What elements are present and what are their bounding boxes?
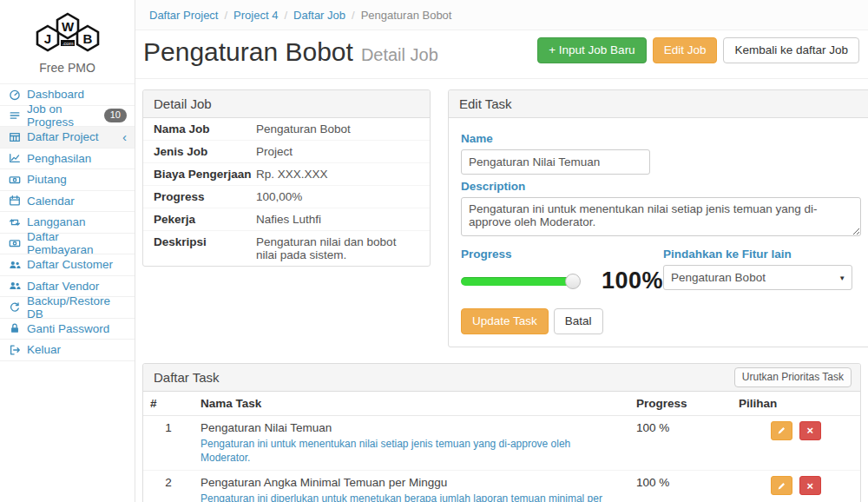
svg-text:B: B [82,31,92,46]
description-label: Description [461,180,861,193]
dashboard-icon [8,88,21,101]
x-icon: × [807,479,814,492]
calendar-icon [8,195,21,208]
daftar-task-panel-title: Daftar Task [154,370,220,385]
sidebar-item-label: Langganan [27,215,86,228]
task-description: Pengaturan ini untuk menentukan nilai se… [201,437,622,465]
main-content: Daftar Project / Project 4 / Daftar Job … [135,0,868,502]
page-subtitle: Detail Job [361,45,438,65]
sidebar-item-daftar-pembayaran[interactable]: Daftar Pembayaran [0,234,135,255]
task-progress: 100 % [629,415,732,470]
users-icon [8,280,21,293]
sidebar-item-backup-restore-db[interactable]: Backup/Restore DB [0,297,135,319]
sidebar-item-keluar[interactable]: Keluar [0,340,135,361]
detail-value: Nafies Luthfi [256,213,419,226]
job-count-badge: 10 [104,109,127,122]
edit-task-panel-title: Edit Task [449,90,868,118]
sidebar-item-label: Daftar Project [27,130,99,143]
kembali-ke-daftar-job-button[interactable]: Kembali ke daftar Job [723,37,859,63]
detail-row: Progress100,00% [143,186,430,208]
sidebar-item-label: Backup/Restore DB [27,294,127,320]
tasks-icon [8,109,21,122]
edit-task-button[interactable] [771,476,792,495]
sidebar-item-label: Job on Progress [27,102,98,129]
svg-text:W: W [61,19,74,34]
breadcrumb: Daftar Project / Project 4 / Daftar Job … [135,0,868,30]
sidebar-item-ganti-password[interactable]: Ganti Password [0,319,135,340]
progress-slider-handle[interactable] [565,274,581,289]
detail-job-panel-title: Detail Job [143,90,430,118]
users-icon [8,258,21,271]
update-task-button[interactable]: Update Task [461,308,549,334]
chevron-left-icon: ‹ [122,132,127,142]
sidebar-item-label: Calendar [27,195,75,208]
detail-value: Rp. XXX.XXX [256,168,419,181]
detail-label: Deskripsi [154,235,256,261]
input-job-baru-button[interactable]: + Input Job Baru [537,37,646,63]
column-header-no: # [143,392,194,416]
detail-row: Jenis JobProject [143,141,430,163]
detail-value: Project [256,145,419,158]
sidebar-item-label: Daftar Vendor [27,280,99,293]
svg-text:.com: .com [62,41,73,46]
x-icon: × [807,424,814,437]
line-chart-icon [8,152,21,165]
sidebar-item-label: Piutang [27,173,67,186]
table-icon [8,130,21,143]
sidebar-item-daftar-project[interactable]: Daftar Project ‹ [0,127,135,149]
task-description-textarea[interactable]: Pengaturan ini untuk menentukan nilai se… [461,197,861,236]
task-row: 1 Pengaturan Nilai Temuan Pengaturan ini… [143,415,860,470]
task-number: 1 [143,415,194,470]
sidebar-item-piutang[interactable]: Piutang [0,169,135,191]
edit-task-panel: Edit Task Name Description Pengaturan in… [448,89,868,347]
progress-label: Progress [461,248,663,261]
delete-task-button[interactable]: × [799,421,821,440]
detail-label: Pekerja [154,213,256,226]
jwb-logo-icon: W J B .com [28,7,108,57]
detail-row: DeskripsiPengaturan nilai dan bobot nila… [143,231,430,266]
sign-out-icon [8,343,21,356]
page-header: Pengaturan Bobot Detail Job + Input Job … [135,30,868,79]
column-header-nama-task: Nama Task [194,392,629,416]
money-icon [8,173,21,186]
money-icon [8,237,21,250]
refresh-icon [8,301,21,314]
batal-button[interactable]: Batal [554,308,603,334]
lock-icon [8,322,21,335]
detail-row: Nama JobPengaturan Bobot [143,118,430,141]
urutkan-prioritas-task-button-top[interactable]: Urutkan Prioritas Task [734,367,852,386]
sidebar-item-label: Dashboard [27,88,84,101]
edit-job-button[interactable]: Edit Job [653,37,718,63]
detail-row: Biaya PengerjaanRp. XXX.XXX [143,163,430,186]
detail-value: Pengaturan Bobot [256,122,419,135]
task-name-input[interactable] [461,149,650,175]
move-feature-select[interactable]: Pengaturan Bobot [663,265,852,290]
breadcrumb-link-daftar-project[interactable]: Daftar Project [149,9,218,22]
app-window: W J B .com Free PMO Dashboard Job on Pro… [0,0,868,502]
breadcrumb-link-daftar-job[interactable]: Daftar Job [293,9,345,22]
detail-row: PekerjaNafies Luthfi [143,208,430,231]
breadcrumb-separator: / [224,9,227,22]
detail-label: Progress [154,190,256,203]
sidebar-item-daftar-customer[interactable]: Daftar Customer [0,254,135,276]
detail-value: Pengaturan nilai dan bobot nilai pada si… [256,235,419,261]
task-name: Pengaturan Nilai Temuan [201,421,622,434]
delete-task-button[interactable]: × [799,476,821,495]
app-name: Free PMO [0,61,135,75]
task-description: Pengaturan ini diperlukan untuk menetuka… [201,492,622,502]
progress-percent-value: 100% [602,268,663,294]
sidebar-item-label: Daftar Customer [27,258,113,271]
sidebar-item-calendar[interactable]: Calendar [0,191,135,213]
name-label: Name [461,132,861,145]
task-table-header-row: # Nama Task Progress Pilihan [143,392,860,416]
sidebar-item-label: Keluar [27,343,61,356]
retweet-icon [8,215,21,228]
breadcrumb-link-project-4[interactable]: Project 4 [233,9,278,22]
sidebar-item-job-on-progress[interactable]: Job on Progress 10 [0,106,135,128]
detail-label: Jenis Job [154,145,256,158]
sidebar-item-penghasilan[interactable]: Penghasilan [0,149,135,170]
brand-logo-box: W J B .com Free PMO [0,0,135,84]
progress-slider[interactable] [461,277,574,286]
edit-task-button[interactable] [771,421,792,440]
page-title: Pengaturan Bobot [143,37,353,67]
